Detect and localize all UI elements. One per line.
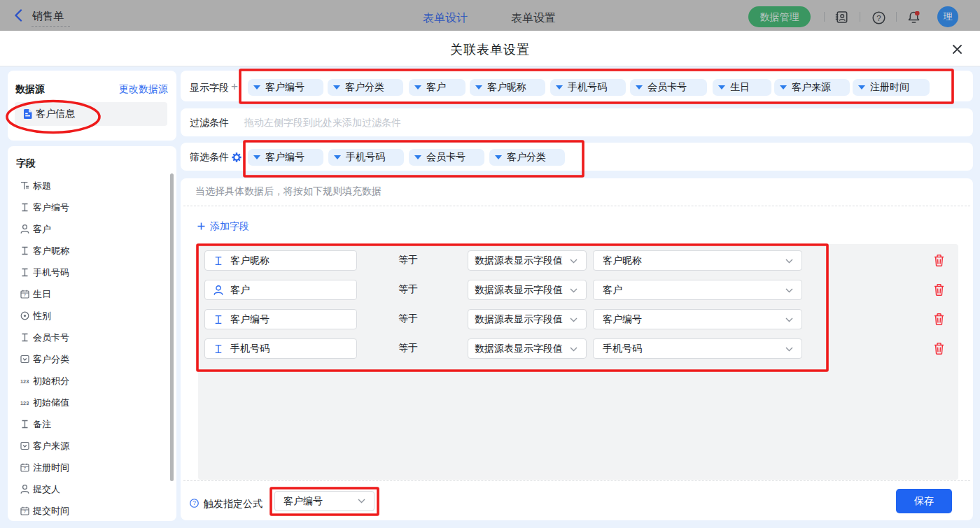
svg-text:123: 123 bbox=[20, 400, 29, 406]
svg-text:7: 7 bbox=[24, 466, 27, 471]
svg-text:7: 7 bbox=[24, 293, 27, 297]
svg-text:123: 123 bbox=[20, 378, 29, 385]
svg-text:7: 7 bbox=[24, 510, 27, 514]
svg-text:?: ? bbox=[876, 14, 881, 22]
svg-text:?: ? bbox=[192, 499, 196, 506]
